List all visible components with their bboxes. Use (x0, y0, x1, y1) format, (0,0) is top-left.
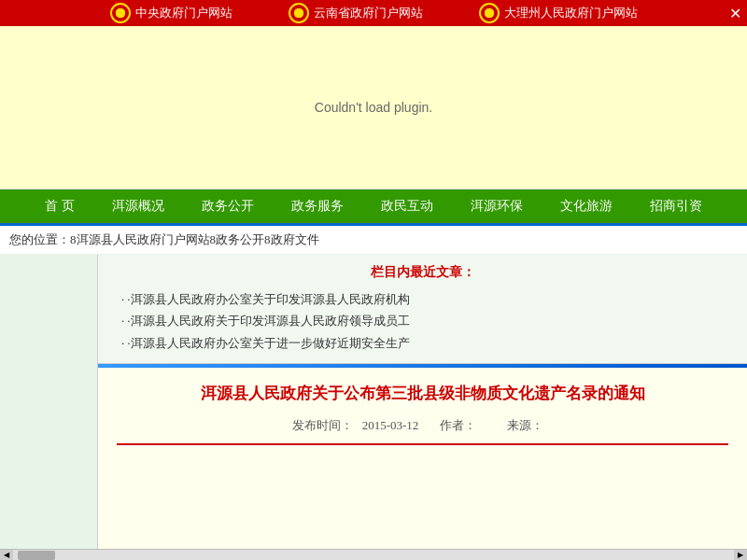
content-wrapper: 栏目内最近文章： ·洱源县人民政府办公室关于印发洱源县人民政府机构 ·洱源县人民… (0, 255, 747, 560)
close-button[interactable]: ✕ (726, 5, 745, 22)
breadcrumb-text: 您的位置：8洱源县人民政府门户网站8政务公开8政府文件 (9, 232, 319, 246)
recent-articles: 栏目内最近文章： ·洱源县人民政府办公室关于印发洱源县人民政府机构 ·洱源县人民… (98, 255, 747, 364)
recent-item-0[interactable]: ·洱源县人民政府办公室关于印发洱源县人民政府机构 (121, 288, 733, 310)
date-label: 发布时间： (292, 418, 353, 432)
recent-list: ·洱源县人民政府办公室关于印发洱源县人民政府机构 ·洱源县人民政府关于印发洱源县… (112, 288, 733, 354)
nav-bar: 首 页 洱源概况 政务公开 政务服务 政民互动 洱源环保 文化旅游 招商引资 (0, 189, 747, 223)
nav-services[interactable]: 政务服务 (273, 190, 362, 222)
left-sidebar (0, 255, 98, 560)
nav-invest[interactable]: 招商引资 (631, 190, 721, 222)
nav-eco[interactable]: 洱源环保 (452, 190, 542, 222)
bottom-scrollbar[interactable]: ◀ ▶ (0, 549, 747, 560)
date-value: 2015-03-12 (362, 418, 419, 432)
central-gov-link[interactable]: 中央政府门户网站 (110, 3, 233, 23)
nav-culture[interactable]: 文化旅游 (542, 190, 631, 222)
plugin-message: Couldn't load plugin. (315, 100, 432, 115)
nav-overview[interactable]: 洱源概况 (93, 190, 183, 222)
central-emblem-icon (110, 3, 131, 23)
scroll-right-arrow[interactable]: ▶ (734, 550, 747, 561)
recent-item-2[interactable]: ·洱源县人民政府办公室关于进一步做好近期安全生产 (121, 332, 733, 354)
yunnan-gov-link[interactable]: 云南省政府门户网站 (289, 3, 423, 23)
nav-items: 首 页 洱源概况 政务公开 政务服务 政民互动 洱源环保 文化旅游 招商引资 (26, 190, 721, 222)
source-label: 来源： (507, 418, 543, 432)
yunnan-gov-label: 云南省政府门户网站 (314, 5, 423, 21)
dali-gov-label: 大理州人民政府门户网站 (504, 5, 638, 21)
article-title: 洱源县人民政府关于公布第三批县级非物质文化遗产名录的通知 (117, 382, 728, 406)
top-bar: 中央政府门户网站 云南省政府门户网站 大理州人民政府门户网站 ✕ (0, 0, 747, 26)
central-gov-label: 中央政府门户网站 (135, 5, 233, 21)
recent-item-1[interactable]: ·洱源县人民政府关于印发洱源县人民政府领导成员工 (121, 310, 733, 331)
scroll-left-arrow[interactable]: ◀ (0, 550, 13, 561)
author-label: 作者： (440, 418, 476, 432)
nav-home[interactable]: 首 页 (26, 190, 93, 222)
plugin-area: Couldn't load plugin. (0, 26, 747, 189)
nav-affairs[interactable]: 政务公开 (183, 190, 273, 222)
main-content: 栏目内最近文章： ·洱源县人民政府办公室关于印发洱源县人民政府机构 ·洱源县人民… (98, 255, 747, 560)
page-outer: 中央政府门户网站 云南省政府门户网站 大理州人民政府门户网站 ✕ Couldn'… (0, 0, 747, 560)
article-meta: 发布时间：2015-03-12 作者： 来源： (117, 417, 728, 434)
breadcrumb: 您的位置：8洱源县人民政府门户网站8政务公开8政府文件 (0, 226, 747, 255)
article-section: 洱源县人民政府关于公布第三批县级非物质文化遗产名录的通知 发布时间：2015-0… (98, 368, 747, 560)
scroll-thumb[interactable] (18, 551, 55, 560)
nav-interaction[interactable]: 政民互动 (362, 190, 452, 222)
yunnan-emblem-icon (289, 3, 309, 23)
article-separator (117, 443, 728, 445)
dali-gov-link[interactable]: 大理州人民政府门户网站 (479, 3, 638, 23)
recent-title: 栏目内最近文章： (112, 264, 733, 281)
dali-emblem-icon (479, 3, 500, 23)
